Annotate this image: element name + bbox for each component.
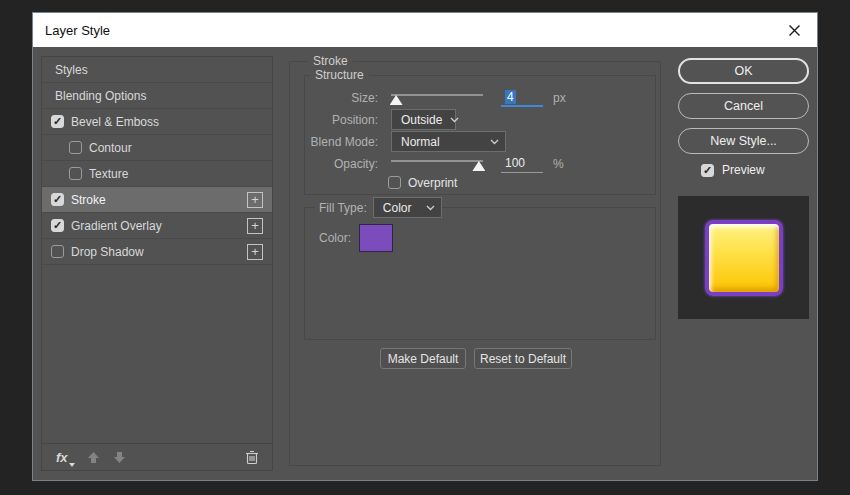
size-slider-track[interactable] bbox=[391, 94, 483, 96]
add-gradient-overlay-instance-button[interactable]: + bbox=[247, 218, 263, 234]
effects-list: Styles Blending Options ✓ Bevel & Emboss… bbox=[41, 56, 273, 471]
position-row: Position: Outside bbox=[305, 109, 655, 130]
cancel-button[interactable]: Cancel bbox=[678, 93, 809, 119]
sidebar-item-styles[interactable]: Styles bbox=[42, 57, 272, 83]
opacity-slider-thumb[interactable] bbox=[472, 161, 485, 171]
sidebar-item-contour[interactable]: Contour bbox=[42, 135, 272, 161]
make-default-button[interactable]: Make Default bbox=[380, 348, 466, 369]
opacity-row: Opacity: 100 % bbox=[305, 153, 655, 174]
fx-menu-button[interactable]: fx bbox=[56, 450, 68, 465]
position-label: Position: bbox=[305, 113, 378, 127]
sidebar-item-drop-shadow[interactable]: Drop Shadow + bbox=[42, 239, 272, 265]
preview-option[interactable]: ✓ Preview bbox=[701, 163, 765, 177]
panel-title: Stroke bbox=[308, 54, 353, 68]
size-slider-thumb[interactable] bbox=[390, 95, 403, 105]
effects-list-footer: fx bbox=[42, 443, 272, 470]
fill-type-group: Fill Type: Color Color: bbox=[304, 207, 656, 340]
size-row: Size: 4 px bbox=[305, 87, 655, 108]
ok-button[interactable]: OK bbox=[678, 58, 809, 84]
overprint-option[interactable]: Overprint bbox=[388, 176, 457, 190]
size-input[interactable]: 4 bbox=[501, 89, 543, 107]
sidebar-item-label: Blending Options bbox=[55, 89, 146, 103]
opacity-unit: % bbox=[553, 157, 564, 171]
sidebar-item-bevel-emboss[interactable]: ✓ Bevel & Emboss bbox=[42, 109, 272, 135]
size-slider[interactable] bbox=[391, 89, 483, 106]
blend-mode-dropdown[interactable]: Normal bbox=[391, 131, 506, 152]
move-effect-down-icon[interactable] bbox=[110, 447, 130, 467]
layer-style-dialog: Layer Style Styles Blending Options ✓ Be… bbox=[32, 12, 818, 481]
fill-type-dropdown[interactable]: Color bbox=[373, 197, 442, 218]
fx-caret-icon bbox=[69, 463, 75, 467]
new-style-button[interactable]: New Style... bbox=[678, 128, 809, 154]
fill-type-label: Fill Type: bbox=[315, 201, 373, 215]
size-label: Size: bbox=[305, 91, 378, 105]
move-effect-up-icon[interactable] bbox=[84, 447, 104, 467]
sidebar-item-label: Bevel & Emboss bbox=[71, 115, 159, 129]
chevron-down-icon bbox=[450, 117, 459, 123]
opacity-slider[interactable] bbox=[391, 155, 483, 172]
dialog-titlebar: Layer Style bbox=[33, 13, 817, 47]
opacity-slider-track[interactable] bbox=[391, 160, 483, 162]
overprint-label: Overprint bbox=[408, 176, 457, 190]
dialog-title: Layer Style bbox=[45, 23, 110, 38]
drop-shadow-checkbox[interactable] bbox=[51, 245, 64, 258]
sidebar-item-label: Texture bbox=[89, 167, 128, 181]
sidebar-item-label: Styles bbox=[55, 63, 88, 77]
sidebar-item-label: Stroke bbox=[71, 193, 106, 207]
stroke-settings-panel: Stroke Structure Size: 4 px Position bbox=[289, 61, 661, 466]
overprint-row: Overprint bbox=[305, 172, 655, 193]
chevron-down-icon bbox=[426, 205, 435, 211]
sidebar-item-label: Contour bbox=[89, 141, 132, 155]
contour-checkbox[interactable] bbox=[69, 141, 82, 154]
sidebar-item-texture[interactable]: Texture bbox=[42, 161, 272, 187]
add-stroke-instance-button[interactable]: + bbox=[247, 192, 263, 208]
style-preview-thumbnail bbox=[678, 196, 809, 319]
texture-checkbox[interactable] bbox=[69, 167, 82, 180]
blend-mode-row: Blend Mode: Normal bbox=[305, 131, 655, 152]
sidebar-item-label: Drop Shadow bbox=[71, 245, 144, 259]
gradient-overlay-checkbox[interactable]: ✓ bbox=[51, 219, 64, 232]
stroke-checkbox[interactable]: ✓ bbox=[51, 193, 64, 206]
sidebar-item-label: Gradient Overlay bbox=[71, 219, 162, 233]
sidebar-item-stroke[interactable]: ✓ Stroke + bbox=[42, 187, 272, 213]
structure-group: Structure Size: 4 px Position: Outsi bbox=[304, 75, 656, 195]
add-drop-shadow-instance-button[interactable]: + bbox=[247, 244, 263, 260]
preview-checkbox[interactable]: ✓ bbox=[701, 164, 714, 177]
blend-mode-label: Blend Mode: bbox=[305, 135, 378, 149]
workspace-background: Layer Style Styles Blending Options ✓ Be… bbox=[0, 0, 850, 495]
opacity-label: Opacity: bbox=[305, 157, 378, 171]
size-unit: px bbox=[553, 91, 566, 105]
position-dropdown[interactable]: Outside bbox=[391, 109, 456, 130]
preview-layer-sample bbox=[705, 220, 783, 296]
delete-effect-icon[interactable] bbox=[242, 447, 262, 467]
sidebar-item-gradient-overlay[interactable]: ✓ Gradient Overlay + bbox=[42, 213, 272, 239]
bevel-emboss-checkbox[interactable]: ✓ bbox=[51, 115, 64, 128]
close-icon[interactable] bbox=[783, 19, 805, 41]
chevron-down-icon bbox=[490, 139, 499, 145]
reset-to-default-button[interactable]: Reset to Default bbox=[474, 348, 572, 369]
overprint-checkbox[interactable] bbox=[388, 176, 401, 189]
color-row: Color: bbox=[313, 224, 393, 252]
color-label: Color: bbox=[313, 231, 351, 245]
preview-label: Preview bbox=[722, 163, 765, 177]
structure-legend: Structure bbox=[310, 68, 369, 82]
sidebar-item-blending-options[interactable]: Blending Options bbox=[42, 83, 272, 109]
stroke-color-swatch[interactable] bbox=[359, 224, 393, 252]
opacity-input[interactable]: 100 bbox=[501, 155, 543, 173]
